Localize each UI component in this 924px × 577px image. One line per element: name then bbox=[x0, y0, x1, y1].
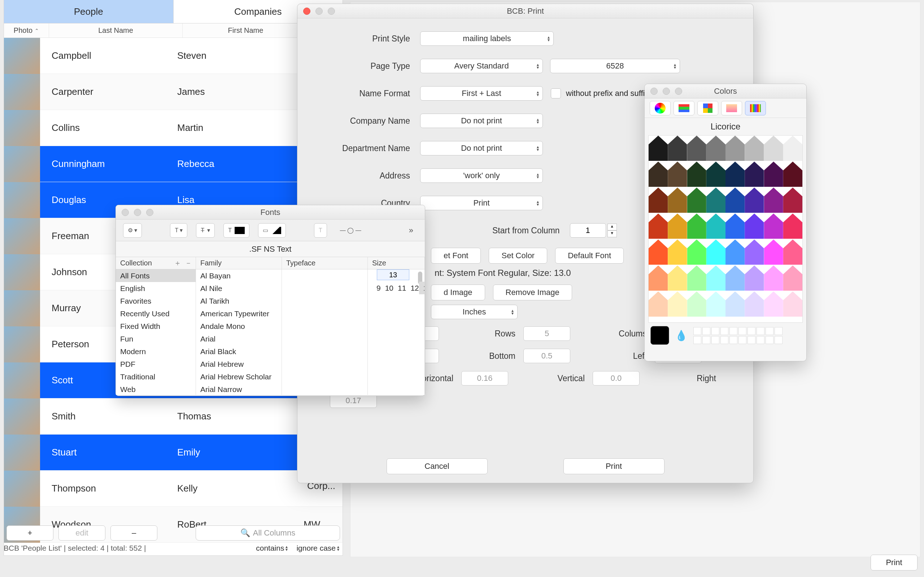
mini-swatch[interactable] bbox=[693, 336, 701, 344]
mini-swatch[interactable] bbox=[738, 336, 746, 344]
pencil-swatch[interactable] bbox=[725, 292, 745, 317]
mini-swatch[interactable] bbox=[720, 336, 729, 344]
pencil-swatch[interactable] bbox=[783, 161, 802, 187]
list-item[interactable]: Al Tarikh bbox=[196, 295, 281, 307]
stepper-down-icon[interactable]: ▼ bbox=[607, 230, 617, 237]
add-image-button[interactable]: d Image bbox=[431, 285, 485, 300]
list-item[interactable]: Al Nile bbox=[196, 282, 281, 295]
list-item[interactable]: 11 bbox=[393, 282, 406, 294]
list-item[interactable]: Arial bbox=[196, 332, 281, 345]
list-item[interactable]: 13 bbox=[419, 282, 425, 294]
list-item[interactable]: Arial Narrow bbox=[196, 383, 281, 395]
pencil-swatch[interactable] bbox=[783, 292, 802, 317]
input-start-col[interactable] bbox=[570, 223, 606, 238]
size-list[interactable]: 910111213141824 bbox=[368, 269, 425, 395]
list-item[interactable]: Web bbox=[116, 383, 195, 395]
pencil-swatch[interactable] bbox=[687, 266, 706, 291]
remove-button[interactable]: – bbox=[110, 525, 157, 541]
pencil-swatch[interactable] bbox=[668, 161, 687, 187]
pencil-swatch[interactable] bbox=[725, 161, 745, 187]
list-item[interactable]: Al Bayan bbox=[196, 269, 281, 282]
list-item[interactable]: Arial Black bbox=[196, 345, 281, 358]
list-item[interactable]: PDF bbox=[116, 358, 195, 371]
pencil-swatch[interactable] bbox=[706, 292, 725, 317]
stepper-up-icon[interactable]: ▲ bbox=[607, 224, 617, 230]
tab-color-sliders[interactable] bbox=[674, 101, 695, 115]
add-button[interactable]: + bbox=[6, 525, 53, 541]
search-input[interactable]: 🔍 All Columns bbox=[195, 525, 340, 541]
mini-swatch[interactable] bbox=[756, 327, 764, 335]
list-item[interactable]: 10 bbox=[381, 282, 393, 294]
print-titlebar[interactable]: BCB: Print bbox=[297, 4, 753, 18]
pencil-swatch[interactable] bbox=[649, 266, 668, 291]
remove-image-button[interactable]: Remove Image bbox=[493, 285, 572, 300]
tab-image[interactable] bbox=[721, 101, 742, 115]
list-item[interactable]: Recently Used bbox=[116, 307, 195, 320]
popup-address[interactable]: 'work' only▴▾ bbox=[420, 168, 543, 183]
pencil-swatch[interactable] bbox=[687, 161, 706, 187]
list-item[interactable]: All Fonts bbox=[116, 269, 195, 282]
pencil-swatch[interactable] bbox=[783, 135, 802, 161]
pencil-swatch[interactable] bbox=[668, 266, 687, 291]
pencil-swatch[interactable] bbox=[649, 161, 668, 187]
mini-swatch[interactable] bbox=[766, 327, 774, 335]
collection-list[interactable]: All FontsEnglishFavoritesRecently UsedFi… bbox=[116, 269, 196, 395]
print-button[interactable]: Print bbox=[564, 458, 664, 474]
list-item[interactable]: Favorites bbox=[116, 295, 195, 307]
pencil-swatch[interactable] bbox=[745, 239, 764, 265]
pencil-swatch[interactable] bbox=[649, 292, 668, 317]
size-input[interactable] bbox=[377, 269, 409, 280]
fonts-titlebar[interactable]: Fonts bbox=[116, 205, 425, 220]
popup-page-type-1[interactable]: Avery Standard▴▾ bbox=[420, 59, 543, 73]
mini-swatch[interactable] bbox=[766, 336, 774, 344]
table-row[interactable]: Cunningham Rebecca bbox=[4, 146, 342, 182]
table-row[interactable]: Stuart Emily bbox=[4, 435, 342, 471]
pencil-swatch[interactable] bbox=[783, 213, 802, 239]
pencil-swatch[interactable] bbox=[725, 239, 745, 265]
list-item[interactable]: 9 bbox=[372, 282, 381, 294]
tab-color-wheel[interactable] bbox=[650, 101, 670, 115]
pencil-swatch[interactable] bbox=[745, 292, 764, 317]
mini-swatch[interactable] bbox=[729, 327, 737, 335]
gear-menu[interactable]: ⚙︎ ▾ bbox=[123, 223, 142, 238]
pencil-swatch[interactable] bbox=[668, 187, 687, 213]
pencil-swatch[interactable] bbox=[764, 213, 783, 239]
underline-button[interactable]: T ▾ bbox=[170, 223, 187, 238]
mini-swatch[interactable] bbox=[738, 327, 746, 335]
col-typeface[interactable]: Typeface bbox=[282, 257, 368, 269]
cancel-button[interactable]: Cancel bbox=[386, 458, 488, 474]
pencil-swatch[interactable] bbox=[706, 161, 725, 187]
pencil-swatch[interactable] bbox=[687, 239, 706, 265]
typeface-list[interactable] bbox=[282, 269, 368, 395]
pencil-swatch[interactable] bbox=[783, 266, 802, 291]
col-first[interactable]: First Name bbox=[183, 23, 309, 37]
pencil-swatch[interactable] bbox=[745, 266, 764, 291]
pencil-swatch[interactable] bbox=[725, 135, 745, 161]
popup-name-format[interactable]: First + Last▴▾ bbox=[420, 86, 543, 101]
tab-pencils[interactable] bbox=[745, 101, 766, 115]
remove-collection-icon[interactable]: － bbox=[185, 258, 192, 268]
pencil-swatch[interactable] bbox=[706, 187, 725, 213]
eyedropper-icon[interactable]: 💧 bbox=[675, 330, 688, 342]
swatch-grid[interactable] bbox=[693, 327, 782, 344]
doc-color-button[interactable]: ▭ bbox=[258, 223, 286, 238]
table-row[interactable]: Collins Martin bbox=[4, 110, 342, 146]
mini-swatch[interactable] bbox=[693, 327, 701, 335]
mini-swatch[interactable] bbox=[703, 336, 710, 344]
input-rows[interactable] bbox=[523, 326, 570, 341]
add-collection-icon[interactable]: ＋ bbox=[174, 258, 181, 268]
list-item[interactable]: American Typewriter bbox=[196, 307, 281, 320]
pencil-swatch[interactable] bbox=[745, 213, 764, 239]
family-list[interactable]: Al BayanAl NileAl TarikhAmerican Typewri… bbox=[196, 269, 282, 395]
table-row[interactable]: Smith Thomas bbox=[4, 398, 342, 435]
input-gutter-h[interactable] bbox=[461, 371, 508, 385]
mini-swatch[interactable] bbox=[711, 336, 719, 344]
pencil-swatch[interactable] bbox=[706, 239, 725, 265]
popup-print-style[interactable]: mailing labels▴▾ bbox=[420, 31, 554, 46]
pencil-swatch[interactable] bbox=[649, 239, 668, 265]
list-item[interactable]: Andale Mono bbox=[196, 320, 281, 332]
list-item[interactable]: 12 bbox=[406, 282, 419, 294]
current-color-swatch[interactable] bbox=[650, 326, 669, 345]
mini-swatch[interactable] bbox=[729, 336, 737, 344]
pencil-swatch[interactable] bbox=[783, 187, 802, 213]
